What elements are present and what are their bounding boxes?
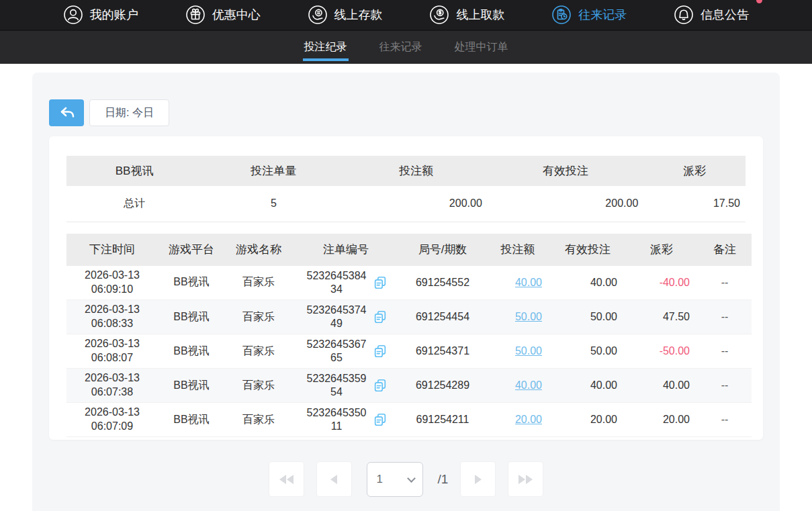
bet-round: 691254289 <box>400 369 486 403</box>
bet-time: 2026-03-13 06:07:09 <box>66 403 158 437</box>
records-card: BB视讯 投注单量 投注额 有效投注 派彩 总计 5 200.00 200.00… <box>49 136 763 440</box>
next-page-icon <box>475 475 482 484</box>
bell-icon <box>674 5 694 25</box>
bet-game: 百家乐 <box>225 266 292 300</box>
nav-label: 信息公告 <box>701 7 749 23</box>
notification-dot <box>756 0 762 3</box>
nav-label: 优惠中心 <box>212 7 261 23</box>
bet-time: 2026-03-13 06:09:10 <box>66 266 158 300</box>
tab-transaction-records[interactable]: 往来记录 <box>378 31 424 61</box>
bets-header-game: 游戏名称 <box>225 234 292 266</box>
bets-header-remark: 备注 <box>698 234 752 266</box>
nav-label: 线上存款 <box>334 7 383 23</box>
bet-platform: BB视讯 <box>158 300 225 334</box>
bets-table: 下注时间 游戏平台 游戏名称 注单编号 局号/期数 投注额 有效投注 派彩 备注… <box>66 234 752 438</box>
bet-platform: BB视讯 <box>158 334 225 369</box>
bets-header-payout: 派彩 <box>625 234 698 266</box>
nav-item-online-withdrawal[interactable]: 线上取款 <box>425 5 508 25</box>
bet-payout: -40.00 <box>625 266 698 300</box>
nav-item-my-account[interactable]: 我的账户 <box>59 5 142 25</box>
copy-icon[interactable] <box>373 310 388 324</box>
bet-number: 523264535011 <box>304 406 369 433</box>
table-row: 2026-03-13 06:07:38 BB视讯 百家乐 52326453595… <box>66 369 752 403</box>
bet-amount-link[interactable]: 40.00 <box>515 379 542 391</box>
bet-amount-link[interactable]: 20.00 <box>515 414 542 425</box>
summary-total-count: 5 <box>202 186 345 222</box>
user-icon <box>63 5 83 25</box>
page-select-wrap: 1 <box>367 462 423 497</box>
bet-number: 523264538434 <box>304 269 369 296</box>
toolbar: 日期: 今日 <box>49 99 763 126</box>
summary-total-payout: 17.50 <box>643 186 746 222</box>
bet-time: 2026-03-13 06:08:07 <box>66 334 158 369</box>
date-filter-chip[interactable]: 日期: 今日 <box>89 99 169 126</box>
bets-header-valid: 有效投注 <box>550 234 625 266</box>
bet-remark: -- <box>698 300 752 334</box>
bet-number: 523264535954 <box>304 372 369 399</box>
bet-amount-link[interactable]: 50.00 <box>515 311 542 322</box>
nav-label: 我的账户 <box>90 7 138 23</box>
nav-item-promotions[interactable]: 优惠中心 <box>181 5 265 25</box>
bet-no-cell: 523264536765 <box>292 334 400 369</box>
copy-icon[interactable] <box>373 378 388 393</box>
back-button[interactable] <box>49 99 84 126</box>
page-select[interactable]: 1 <box>367 462 423 497</box>
nav-item-online-deposit[interactable]: 线上存款 <box>304 5 387 25</box>
bet-game: 百家乐 <box>225 334 292 369</box>
copy-icon[interactable] <box>373 344 388 359</box>
pagination: 1 /1 <box>49 461 763 497</box>
summary-total-valid-bet: 200.00 <box>488 186 644 222</box>
table-row: 2026-03-13 06:08:07 BB视讯 百家乐 52326453676… <box>66 334 752 369</box>
copy-icon[interactable] <box>373 275 388 290</box>
bet-platform: BB视讯 <box>158 403 225 437</box>
bet-game: 百家乐 <box>225 369 292 403</box>
bet-payout: 47.50 <box>625 300 698 334</box>
records-tab-bar: 投注纪录 往来记录 处理中订单 <box>0 30 812 64</box>
summary-header-bet-amount: 投注额 <box>345 156 487 186</box>
summary-total-row: 总计 5 200.00 200.00 17.50 <box>66 186 746 222</box>
withdraw-icon <box>429 5 449 25</box>
first-page-icon <box>279 475 294 484</box>
bet-no-cell: 523264537449 <box>292 300 400 334</box>
bet-valid: 50.00 <box>550 334 625 369</box>
bet-payout: -50.00 <box>625 334 698 369</box>
top-navigation: 我的账户 优惠中心 线上存款 <box>0 0 812 30</box>
bet-game: 百家乐 <box>225 300 292 334</box>
summary-header-valid-bet: 有效投注 <box>488 156 644 186</box>
table-row: 2026-03-13 06:09:10 BB视讯 百家乐 52326453843… <box>66 266 752 300</box>
prev-page-button[interactable] <box>316 461 352 497</box>
table-row: 2026-03-13 06:08:33 BB视讯 百家乐 52326453744… <box>66 300 752 334</box>
tab-processing-orders[interactable]: 处理中订单 <box>453 31 510 61</box>
bet-round: 691254371 <box>400 334 486 369</box>
bets-header-bet-no: 注单编号 <box>292 234 400 266</box>
bet-remark: -- <box>698 369 752 403</box>
bet-valid: 40.00 <box>550 266 625 300</box>
summary-total-bet-amount: 200.00 <box>345 186 487 222</box>
bet-remark: -- <box>698 266 752 300</box>
bet-valid: 20.00 <box>550 403 625 437</box>
bet-time: 2026-03-13 06:07:38 <box>66 369 158 403</box>
bet-platform: BB视讯 <box>158 369 225 403</box>
last-page-icon <box>518 475 533 484</box>
next-page-button[interactable] <box>460 461 496 497</box>
bets-header-platform: 游戏平台 <box>158 234 225 266</box>
tab-bet-records[interactable]: 投注纪录 <box>303 31 349 61</box>
last-page-button[interactable] <box>508 461 543 497</box>
summary-header-payout: 派彩 <box>643 156 746 186</box>
bet-round: 691254552 <box>400 266 486 300</box>
bet-no-cell: 523264538434 <box>292 266 400 300</box>
nav-item-announcements[interactable]: 信息公告 <box>670 5 753 25</box>
bet-no-cell: 523264535011 <box>292 403 400 437</box>
bet-amount-link[interactable]: 50.00 <box>515 345 542 357</box>
copy-icon[interactable] <box>373 412 388 427</box>
table-row: 2026-03-13 06:07:09 BB视讯 百家乐 52326453501… <box>66 403 752 437</box>
bet-remark: -- <box>698 403 752 437</box>
bet-no-cell: 523264535954 <box>292 369 400 403</box>
bet-amount-link[interactable]: 40.00 <box>515 277 542 288</box>
bet-payout: 40.00 <box>625 369 698 403</box>
nav-item-transaction-records[interactable]: 往来记录 <box>547 5 631 25</box>
first-page-button[interactable] <box>269 461 304 497</box>
summary-table: BB视讯 投注单量 投注额 有效投注 派彩 总计 5 200.00 200.00… <box>66 156 746 222</box>
date-filter-label: 日期: 今日 <box>105 106 154 120</box>
bet-remark: -- <box>698 334 752 369</box>
